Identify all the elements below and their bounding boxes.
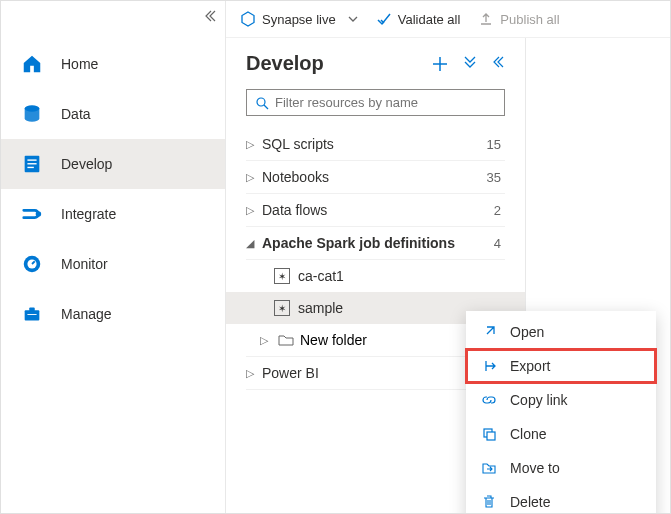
context-menu: Open Export Copy link Clone Move to Dele…: [466, 311, 656, 514]
sidebar-item-label: Home: [61, 56, 98, 72]
menu-item-export[interactable]: Export: [466, 349, 656, 383]
svg-rect-9: [29, 308, 35, 312]
toolbar-label: Synapse live: [262, 12, 336, 27]
collapse-sidebar-button[interactable]: [203, 9, 217, 23]
sidebar: Home Data Develop Integrate Monitor Mana…: [1, 1, 226, 513]
tree-item-data-flows[interactable]: ▷ Data flows 2: [246, 194, 505, 227]
menu-item-delete[interactable]: Delete: [466, 485, 656, 514]
menu-label: Open: [510, 324, 544, 340]
open-icon: [480, 324, 498, 340]
sidebar-item-monitor[interactable]: Monitor: [1, 239, 225, 289]
menu-item-open[interactable]: Open: [466, 315, 656, 349]
svg-rect-4: [27, 167, 33, 168]
filter-input[interactable]: [275, 95, 496, 110]
search-icon: [255, 96, 269, 110]
caret-down-icon: ◢: [246, 237, 262, 250]
sidebar-item-develop[interactable]: Develop: [1, 139, 225, 189]
tree-child-label: sample: [298, 300, 343, 316]
svg-point-5: [36, 211, 41, 217]
caret-right-icon: ▷: [246, 171, 262, 184]
tree-label: Notebooks: [262, 169, 487, 185]
delete-icon: [480, 494, 498, 510]
tree-label: SQL scripts: [262, 136, 487, 152]
tree-item-sql-scripts[interactable]: ▷ SQL scripts 15: [246, 128, 505, 161]
caret-right-icon: ▷: [246, 138, 262, 151]
validate-all-button[interactable]: Validate all: [376, 11, 461, 27]
upload-icon: [478, 11, 494, 27]
tree-child-ca-cat1[interactable]: ✶ ca-cat1: [246, 260, 505, 292]
synapse-live-dropdown[interactable]: Synapse live: [240, 11, 358, 27]
tree-count: 15: [487, 137, 505, 152]
caret-right-icon: ▷: [246, 367, 262, 380]
monitor-icon: [21, 253, 43, 275]
collapse-panel-button[interactable]: [491, 55, 505, 73]
menu-item-copy-link[interactable]: Copy link: [466, 383, 656, 417]
expand-all-button[interactable]: [463, 55, 477, 73]
menu-label: Clone: [510, 426, 547, 442]
caret-right-icon: ▷: [246, 204, 262, 217]
menu-label: Copy link: [510, 392, 568, 408]
sidebar-item-label: Monitor: [61, 256, 108, 272]
sidebar-item-label: Data: [61, 106, 91, 122]
sidebar-item-home[interactable]: Home: [1, 39, 225, 89]
tree-count: 2: [494, 203, 505, 218]
folder-icon: [278, 333, 294, 347]
move-icon: [480, 460, 498, 476]
filter-input-container[interactable]: [246, 89, 505, 116]
toolbar: Synapse live Validate all Publish all: [226, 1, 670, 38]
add-button[interactable]: [431, 55, 449, 73]
menu-item-move-to[interactable]: Move to: [466, 451, 656, 485]
chevron-down-icon: [348, 14, 358, 24]
menu-label: Move to: [510, 460, 560, 476]
menu-item-clone[interactable]: Clone: [466, 417, 656, 451]
tree-item-spark-definitions[interactable]: ◢ Apache Spark job definitions 4: [246, 227, 505, 260]
link-icon: [480, 392, 498, 408]
document-icon: ✶: [274, 268, 290, 284]
svg-rect-13: [487, 432, 495, 440]
tree-count: 35: [487, 170, 505, 185]
tree-child-label: ca-cat1: [298, 268, 344, 284]
panel-title: Develop: [246, 52, 324, 75]
export-icon: [480, 358, 498, 374]
sidebar-item-integrate[interactable]: Integrate: [1, 189, 225, 239]
svg-rect-3: [27, 163, 36, 164]
sidebar-item-label: Manage: [61, 306, 112, 322]
hexagon-icon: [240, 11, 256, 27]
tree-count: 4: [494, 236, 505, 251]
clone-icon: [480, 426, 498, 442]
sidebar-item-manage[interactable]: Manage: [1, 289, 225, 339]
svg-rect-8: [25, 310, 40, 320]
toolbar-label: Validate all: [398, 12, 461, 27]
checkmark-icon: [376, 11, 392, 27]
home-icon: [21, 53, 43, 75]
toolbar-label: Publish all: [500, 12, 559, 27]
menu-label: Export: [510, 358, 550, 374]
publish-all-button: Publish all: [478, 11, 559, 27]
manage-icon: [21, 303, 43, 325]
develop-icon: [21, 153, 43, 175]
svg-point-11: [257, 98, 265, 106]
data-icon: [21, 103, 43, 125]
menu-label: Delete: [510, 494, 550, 510]
tree-label: Apache Spark job definitions: [262, 235, 494, 251]
tree-item-notebooks[interactable]: ▷ Notebooks 35: [246, 161, 505, 194]
sidebar-item-label: Integrate: [61, 206, 116, 222]
caret-right-icon: ▷: [260, 334, 272, 347]
svg-rect-10: [27, 314, 36, 315]
integrate-icon: [21, 203, 43, 225]
sidebar-item-data[interactable]: Data: [1, 89, 225, 139]
tree-label: Data flows: [262, 202, 494, 218]
document-icon: ✶: [274, 300, 290, 316]
tree-child-label: New folder: [300, 332, 367, 348]
svg-rect-2: [27, 159, 36, 160]
sidebar-item-label: Develop: [61, 156, 112, 172]
